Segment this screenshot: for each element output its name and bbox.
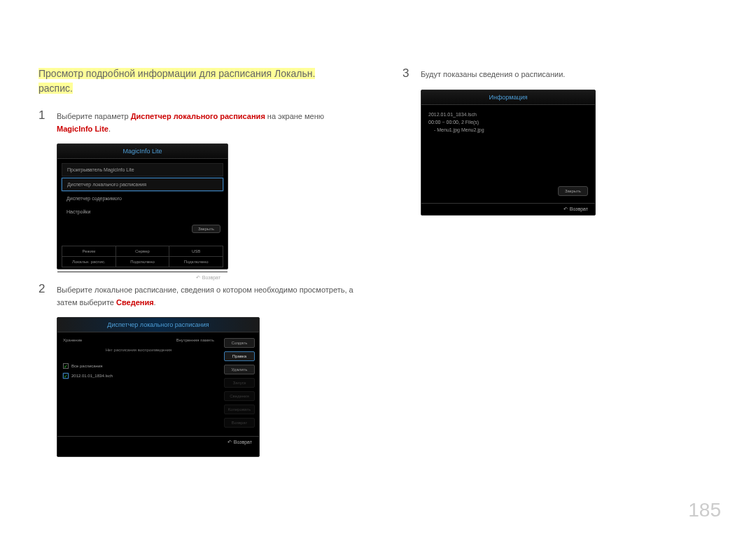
create-button[interactable]: Создать [224,338,255,348]
menu-item-content-mgr[interactable]: Диспетчер содержимого [62,192,223,204]
close-button[interactable]: Закрыть [558,186,588,196]
local-schedule-screenshot: Диспетчер локального расписания Хранение… [57,317,260,457]
step-number: 3 [402,66,412,81]
title-line-2: распис. [38,83,73,94]
information-screenshot: Информация 2012.01.01_1834.lsch 00:00 ~ … [421,90,596,216]
schedule-file-row[interactable]: ✓ 2012.01.01_1834.lsch [63,373,214,379]
schedule-list-area: Хранение Внутренняя память Нет расписани… [57,332,220,436]
info-filename: 2012.01.01_1834.lsch [428,112,588,117]
footer-bar: ↶Возврат [57,436,259,448]
menu-item-settings[interactable]: Настройки [62,206,223,218]
panel-title: Диспетчер локального расписания [57,318,259,332]
checkbox-icon[interactable]: ✓ [63,373,69,379]
delete-button[interactable]: Удалить [224,365,255,374]
magicinfo-menu-screenshot: MagicInfo Lite Проигрыватель MagicInfo L… [57,143,228,269]
status-row-2: Локальн. распис. Подключено Подключено [62,257,223,267]
right-column: 3 Будут показаны сведения о расписании. … [402,66,696,470]
step-number: 2 [38,282,48,309]
menu-item-local-schedule[interactable]: Диспетчер локального расписания [62,178,223,191]
menu-item-player[interactable]: Проигрыватель MagicInfo Lite [62,163,223,176]
run-button[interactable]: Запуск [224,378,255,388]
left-column: Просмотр подробной информации для распис… [38,66,374,470]
footer-bar: ↶Возврат [57,272,227,283]
return-icon: ↶ [196,275,200,281]
all-schedules-row[interactable]: ✓ Все расписания [63,363,214,369]
storage-row: Хранение Внутренняя память [63,338,214,342]
return-button[interactable]: Возврат [224,418,255,428]
step-2: 2 Выберите локальное расписание, сведени… [38,282,374,309]
info-timerange: 00:00 ~ 00:00, 2 File(s) [428,120,588,125]
status-row-1: Режим Сервер USB [62,246,223,257]
edit-button[interactable]: Правка [224,351,255,361]
step-3-text: Будут показаны сведения о расписании. [421,66,565,81]
close-button[interactable]: Закрыть [192,225,220,233]
checkbox-icon[interactable]: ✓ [63,363,69,369]
step-2-text: Выберите локальное расписание, сведения … [57,282,374,309]
step-number: 1 [38,108,48,135]
no-schedule-msg: Нет расписания воспроизведения [63,348,214,352]
copy-button[interactable]: Копировать [224,405,255,414]
section-heading: Просмотр подробной информации для распис… [38,66,374,96]
page-number: 185 [688,499,721,521]
footer-bar: ↶Возврат [421,203,595,215]
info-button[interactable]: Сведения [224,391,255,401]
return-icon: ↶ [564,206,568,212]
title-line-1: Просмотр подробной информации для распис… [38,68,315,79]
step-1: 1 Выберите параметр Диспетчер локального… [38,108,374,135]
step-3: 3 Будут показаны сведения о расписании. [402,66,696,81]
panel-title: MagicInfo Lite [57,144,227,159]
return-icon: ↶ [227,440,232,445]
panel-title: Информация [421,90,595,105]
step-1-text: Выберите параметр Диспетчер локального р… [57,108,324,135]
info-files: - Menu1.jpg Menu2.jpg [428,127,588,132]
action-buttons: Создать Правка Удалить Запуск Сведения К… [220,332,259,436]
